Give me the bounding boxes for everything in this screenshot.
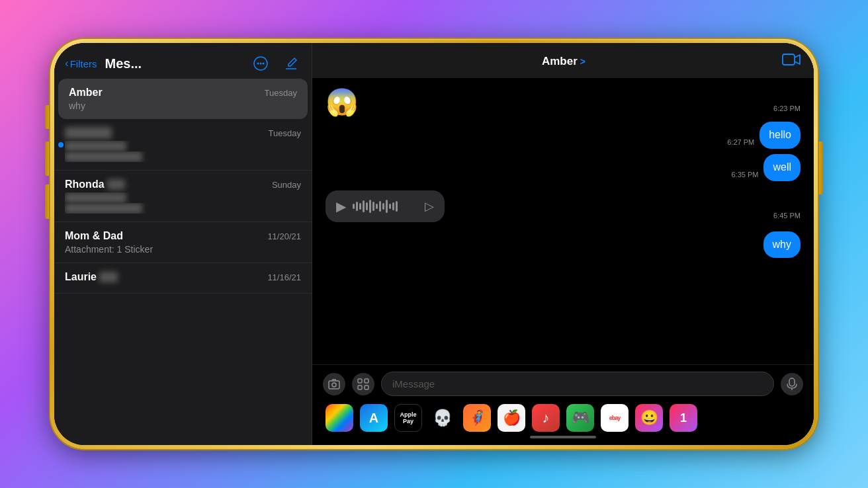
audio-waveform — [353, 200, 418, 213]
audio-record-button[interactable] — [781, 373, 803, 395]
unread-dot — [58, 142, 64, 147]
ebay-text: ebay — [601, 404, 629, 432]
momdad-time: 11/20/21 — [267, 231, 301, 241]
input-row: iMessage — [323, 372, 803, 396]
blurred1-preview — [65, 141, 301, 151]
svg-point-6 — [332, 383, 336, 387]
audio-message[interactable]: ▶ — [326, 190, 445, 222]
amber-name: Amber — [69, 87, 103, 99]
svg-rect-9 — [358, 386, 362, 389]
conversation-item-rhonda[interactable]: Rhonda Sunday — [54, 171, 312, 222]
conversation-item-amber[interactable]: Amber Tuesday why — [58, 79, 308, 119]
time-645: 6:45 PM — [773, 212, 801, 220]
scroll-indicator — [530, 436, 596, 438]
appstore-app-icon[interactable]: A — [360, 404, 388, 432]
svg-point-1 — [257, 63, 259, 65]
svg-rect-10 — [365, 386, 369, 389]
list-header: ‹ Filters Mes... — [54, 43, 312, 79]
game2-icon: 🎮 — [572, 409, 589, 427]
chat-contact-name[interactable]: Amber > — [542, 55, 586, 68]
svg-rect-5 — [329, 381, 339, 389]
camera-button[interactable] — [323, 373, 345, 395]
apple-icon: 🍎 — [503, 409, 521, 427]
power-button[interactable] — [819, 142, 823, 194]
amber-time: Tuesday — [265, 88, 297, 98]
time-623: 6:23 PM — [773, 104, 801, 112]
conversation-item-momdad[interactable]: Mom & Dad 11/20/21 Attachment: 1 Sticker — [54, 222, 312, 263]
back-button[interactable]: ‹ Filters — [65, 57, 97, 70]
last-icon: 1 — [680, 411, 687, 425]
compose-button[interactable] — [281, 54, 301, 73]
back-chevron-icon: ‹ — [65, 57, 69, 70]
message-why: why — [763, 231, 801, 259]
music-icon: ♪ — [542, 409, 550, 427]
extra-icon: 😀 — [640, 409, 658, 427]
message-well: well — [763, 154, 801, 181]
header-icons — [251, 54, 301, 73]
svg-rect-4 — [783, 54, 795, 65]
list-title: Mes... — [105, 56, 142, 71]
svg-rect-7 — [358, 379, 362, 383]
laurie-name: Laurie — [65, 271, 118, 283]
messages-list-panel: ‹ Filters Mes... — [54, 43, 312, 445]
overwatch-app-icon[interactable]: 🦸 — [463, 404, 491, 432]
last-app-icon[interactable]: 1 — [670, 404, 697, 432]
blurred1-preview2 — [65, 151, 301, 162]
message-hello: hello — [760, 122, 801, 149]
mute-button[interactable] — [45, 105, 49, 129]
conversation-item-laurie[interactable]: Laurie 11/16/21 — [54, 263, 312, 294]
app-icons-row: A Apple Pay 💀 🦸 🍎 — [323, 404, 803, 432]
more-button[interactable] — [251, 54, 271, 73]
audio-end-icon: ▷ — [425, 199, 434, 214]
blurred1-name — [65, 127, 112, 139]
photos-app-icon[interactable] — [326, 404, 353, 432]
contact-chevron-icon: > — [580, 56, 586, 67]
svg-rect-8 — [365, 379, 369, 383]
time-627: 6:27 PM — [727, 138, 754, 146]
conversation-item-blurred1[interactable]: Tuesday — [54, 119, 312, 171]
chat-input-area: iMessage — [312, 364, 814, 445]
laurie-time: 11/16/21 — [267, 272, 301, 282]
emoji-message: 😱 — [326, 89, 359, 115]
volume-down-button[interactable] — [45, 184, 49, 219]
skull-icon: 💀 — [433, 409, 453, 427]
chat-messages-area: 😱 6:23 PM 6:27 PM hello 6:35 PM well — [312, 78, 814, 364]
blurred1-time: Tuesday — [269, 128, 301, 138]
message-input[interactable]: iMessage — [381, 372, 774, 396]
game2-app-icon[interactable]: 🎮 — [566, 404, 594, 432]
momdad-preview: Attachment: 1 Sticker — [65, 244, 301, 255]
svg-point-3 — [263, 63, 265, 65]
apple-app-icon[interactable]: 🍎 — [498, 404, 525, 432]
appstore-icon: A — [369, 411, 378, 426]
rhonda-preview — [65, 192, 301, 203]
game1-icon: 🦸 — [468, 409, 486, 427]
play-icon: ▶ — [336, 198, 346, 214]
svg-rect-11 — [789, 378, 795, 386]
rhonda-time: Sunday — [272, 180, 301, 190]
extra-app-icon[interactable]: 😀 — [635, 404, 663, 432]
contact-name-text: Amber — [542, 55, 578, 68]
time-635: 6:35 PM — [731, 171, 758, 179]
svg-point-2 — [260, 63, 262, 65]
message-row-emoji: 😱 — [326, 89, 359, 115]
messages-app: ‹ Filters Mes... — [54, 43, 814, 445]
chat-header: Amber > — [312, 43, 814, 78]
applepay-text: Apple Pay — [395, 410, 421, 426]
input-placeholder: iMessage — [392, 378, 435, 389]
phone-screen: ‹ Filters Mes... — [54, 43, 814, 445]
amber-preview: why — [69, 101, 297, 111]
rhonda-preview2 — [65, 203, 301, 214]
applepay-icon[interactable]: Apple Pay — [394, 404, 422, 432]
volume-up-button[interactable] — [45, 142, 49, 176]
music-app-icon[interactable]: ♪ — [532, 404, 560, 432]
skull-app-icon[interactable]: 💀 — [429, 404, 456, 432]
back-label[interactable]: Filters — [70, 58, 97, 69]
video-call-button[interactable] — [782, 52, 801, 71]
momdad-name: Mom & Dad — [65, 230, 123, 242]
apps-button[interactable] — [352, 373, 374, 395]
chat-panel: Amber > 😱 — [312, 43, 814, 445]
rhonda-name: Rhonda — [65, 179, 125, 190]
ebay-app-icon[interactable]: ebay — [601, 404, 629, 432]
phone-frame: ‹ Filters Mes... — [50, 39, 818, 449]
